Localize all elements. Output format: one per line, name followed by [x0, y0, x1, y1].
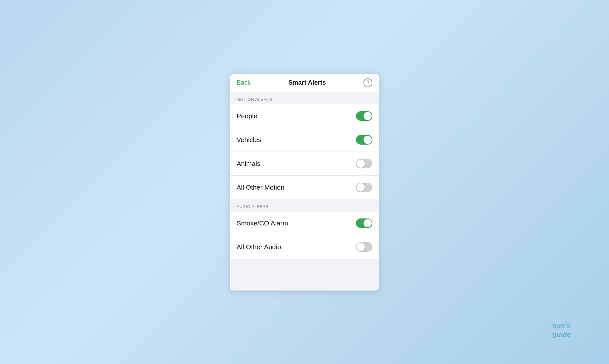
- back-button[interactable]: Back: [237, 79, 251, 86]
- all-other-audio-label: All Other Audio: [237, 243, 281, 251]
- vehicles-toggle-thumb: [363, 136, 372, 144]
- smoke-co-item: Smoke/CO Alarm: [230, 211, 379, 235]
- vehicles-label: Vehicles: [237, 136, 261, 144]
- all-other-audio-item: All Other Audio: [230, 235, 379, 259]
- animals-item: Animals: [230, 152, 379, 176]
- all-other-motion-item: All Other Motion: [230, 176, 379, 199]
- header: Back Smart Alerts ?: [230, 74, 379, 92]
- all-other-motion-toggle-thumb: [357, 183, 365, 192]
- all-other-audio-toggle-thumb: [357, 243, 365, 251]
- animals-toggle[interactable]: [356, 159, 372, 168]
- watermark-line1: tom's: [552, 322, 571, 330]
- animals-toggle-thumb: [357, 159, 365, 168]
- smoke-co-toggle-thumb: [363, 219, 372, 227]
- animals-label: Animals: [237, 160, 260, 167]
- all-other-motion-toggle[interactable]: [356, 183, 372, 192]
- vehicles-toggle[interactable]: [356, 135, 372, 145]
- motion-alerts-section-label: MOTION ALERTS: [230, 92, 379, 104]
- people-toggle-thumb: [363, 112, 372, 120]
- help-icon[interactable]: ?: [363, 78, 372, 87]
- smoke-co-toggle[interactable]: [356, 218, 372, 228]
- motion-alerts-list: People Vehicles Animals All Other Motion: [230, 104, 379, 199]
- settings-panel: Back Smart Alerts ? MOTION ALERTS People…: [230, 74, 379, 291]
- people-label: People: [237, 112, 257, 120]
- footer-area: [230, 259, 379, 290]
- audio-alerts-section-label: AUDIO ALERTS: [230, 199, 379, 211]
- people-toggle[interactable]: [356, 111, 372, 121]
- vehicles-item: Vehicles: [230, 128, 379, 152]
- watermark: tom's guide: [552, 322, 571, 339]
- page-title: Smart Alerts: [288, 79, 326, 86]
- audio-alerts-list: Smoke/CO Alarm All Other Audio: [230, 211, 379, 259]
- all-other-audio-toggle[interactable]: [356, 242, 372, 252]
- watermark-line2: guide: [552, 330, 571, 339]
- people-item: People: [230, 104, 379, 128]
- smoke-co-label: Smoke/CO Alarm: [237, 219, 288, 227]
- all-other-motion-label: All Other Motion: [237, 184, 285, 191]
